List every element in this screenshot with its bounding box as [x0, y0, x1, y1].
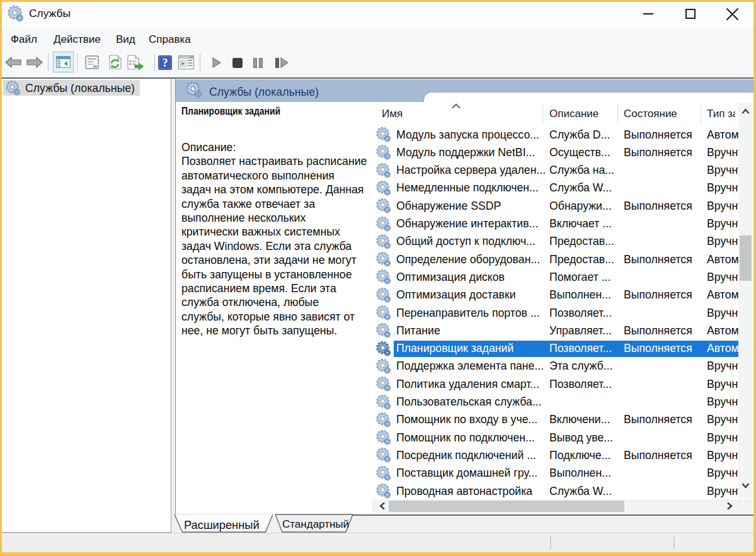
- svg-text:?: ?: [163, 57, 168, 69]
